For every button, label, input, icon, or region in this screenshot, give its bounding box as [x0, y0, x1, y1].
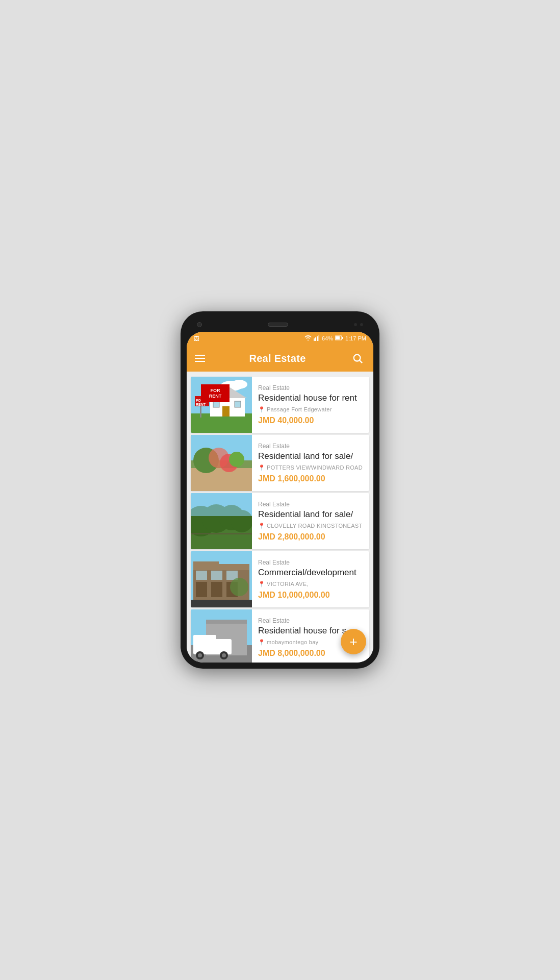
svg-rect-41: [193, 561, 219, 566]
phone-top-bar: [187, 317, 373, 332]
listing-category: Real Estate: [258, 617, 363, 624]
svg-rect-53: [206, 620, 247, 624]
listing-category: Real Estate: [258, 384, 363, 391]
menu-button[interactable]: [195, 355, 205, 362]
location-text: Passage Fort Edgewater: [267, 406, 332, 412]
listing-category: Real Estate: [258, 559, 363, 566]
location-pin-icon: 📍: [258, 639, 265, 646]
listing-price: JMD 10,000,000.00: [258, 591, 363, 600]
location-text: CLOVELLY ROAD KINGSTONEAST: [267, 523, 363, 529]
location-text: VICTORIA AVE,: [267, 581, 309, 587]
listing-image: Cab S8: [191, 609, 252, 663]
location-text: POTTERS VIEWWINDWARD ROAD: [267, 464, 363, 471]
listing-price: JMD 40,000.00: [258, 416, 363, 425]
svg-point-7: [354, 355, 361, 361]
listing-card[interactable]: Real Estate Commercial/development 📍 VIC…: [191, 551, 369, 607]
svg-line-8: [360, 360, 362, 363]
location-pin-icon: 📍: [258, 581, 265, 587]
listing-location: 📍 VICTORIA AVE,: [258, 581, 363, 587]
svg-rect-16: [222, 406, 230, 416]
listing-image: [191, 435, 252, 491]
time-display: 1:17 PM: [345, 335, 366, 341]
listing-title: Commercial/development: [258, 568, 363, 578]
svg-point-59: [222, 653, 226, 657]
svg-rect-18: [235, 401, 241, 407]
add-listing-fab[interactable]: +: [341, 629, 366, 654]
svg-rect-55: [193, 635, 216, 644]
svg-rect-2: [317, 336, 318, 341]
svg-rect-1: [315, 337, 316, 341]
battery-percent: 64%: [322, 335, 333, 341]
svg-rect-45: [196, 571, 207, 580]
svg-rect-0: [314, 338, 315, 341]
listing-location: 📍 POTTERS VIEWWINDWARD ROAD: [258, 464, 363, 471]
listing-price: JMD 1,600,000.00: [258, 474, 363, 483]
app-bar: Real Estate: [187, 345, 373, 372]
svg-rect-46: [211, 571, 222, 580]
screen: 🖼 64%: [187, 332, 373, 663]
listing-card[interactable]: FOR RENT Real Estate Residential house f…: [191, 377, 369, 433]
svg-point-29: [229, 452, 244, 467]
listing-category: Real Estate: [258, 443, 363, 450]
location-text: mobaymontego bay: [267, 639, 318, 645]
listing-location: 📍 Passage Fort Edgewater: [258, 406, 363, 413]
search-button[interactable]: [350, 351, 365, 366]
signal-icon: [314, 335, 320, 342]
speaker: [268, 323, 288, 327]
listing-image: [191, 493, 252, 549]
svg-rect-17: [213, 401, 219, 407]
listing-info: Real Estate Residential land for sale/ 📍…: [252, 493, 369, 549]
svg-text:RENT: RENT: [196, 403, 206, 406]
svg-rect-42: [196, 582, 207, 597]
wifi-icon: [304, 335, 312, 342]
battery-icon: [335, 335, 343, 341]
listing-price: JMD 2,800,000.00: [258, 532, 363, 542]
svg-rect-43: [211, 582, 222, 597]
sensors: [354, 323, 363, 326]
svg-rect-6: [336, 336, 340, 339]
app-title: Real Estate: [249, 353, 306, 364]
svg-text:FOR: FOR: [196, 399, 203, 402]
listing-title: Residential land for sale/: [258, 451, 363, 461]
listing-title: Residential house for rent: [258, 393, 363, 403]
svg-rect-3: [318, 335, 319, 341]
svg-rect-48: [191, 600, 252, 607]
listing-info: Real Estate Commercial/development 📍 VIC…: [252, 551, 369, 607]
svg-rect-37: [191, 493, 252, 516]
svg-point-49: [230, 578, 248, 596]
listing-image: FOR RENT: [191, 377, 252, 433]
search-icon: [352, 353, 363, 364]
location-pin-icon: 📍: [258, 464, 265, 471]
phone-frame: 🖼 64%: [181, 311, 379, 669]
listing-title: Residential land for sale/: [258, 509, 363, 520]
location-pin-icon: 📍: [258, 406, 265, 413]
listing-card[interactable]: Real Estate Residential land for sale/ 📍…: [191, 493, 369, 549]
svg-point-57: [198, 653, 202, 657]
status-bar: 🖼 64%: [187, 332, 373, 345]
listings-content[interactable]: FOR RENT Real Estate Residential house f…: [187, 372, 373, 663]
status-left: 🖼: [194, 335, 199, 341]
svg-rect-5: [342, 337, 343, 339]
location-pin-icon: 📍: [258, 523, 265, 529]
notification-icon: 🖼: [194, 335, 199, 341]
listing-info: Real Estate Residential land for sale/ 📍…: [252, 435, 369, 491]
listing-info: Real Estate Residential house for rent 📍…: [252, 377, 369, 433]
listing-location: 📍 CLOVELLY ROAD KINGSTONEAST: [258, 523, 363, 529]
listing-category: Real Estate: [258, 501, 363, 508]
status-right: 64% 1:17 PM: [304, 335, 366, 342]
front-camera: [197, 322, 202, 327]
listing-image: [191, 551, 252, 607]
listing-card[interactable]: Real Estate Residential land for sale/ 📍…: [191, 435, 369, 491]
